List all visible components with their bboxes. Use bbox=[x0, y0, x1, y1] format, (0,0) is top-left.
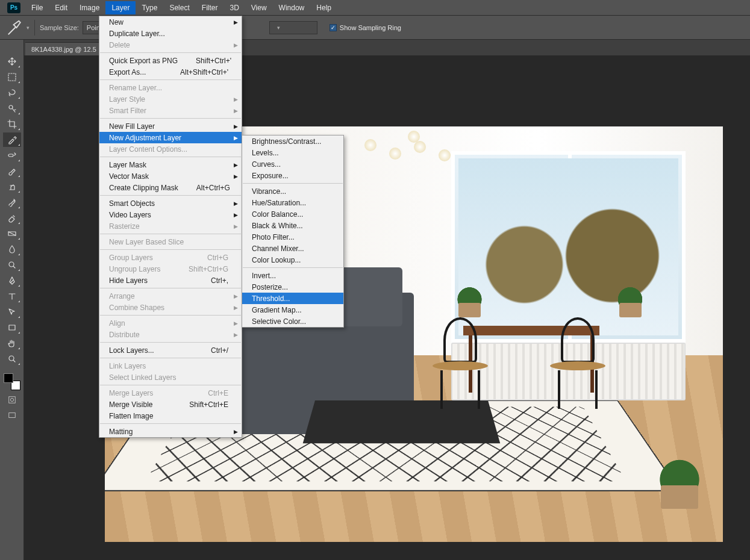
adjust-menu-hue-saturation[interactable]: Hue/Saturation... bbox=[242, 197, 343, 208]
sample-dropdown[interactable] bbox=[269, 21, 317, 34]
adjust-menu-photo-filter[interactable]: Photo Filter... bbox=[242, 231, 343, 243]
quick-mask-button[interactable] bbox=[5, 394, 19, 406]
type-tool[interactable] bbox=[3, 289, 21, 303]
quick-select-tool[interactable] bbox=[3, 101, 21, 116]
layer-menu-layer-style: Layer Style▶ bbox=[99, 93, 242, 105]
menu-image[interactable]: Image bbox=[73, 1, 105, 14]
menu-view[interactable]: View bbox=[245, 1, 273, 14]
layer-menu-hide-layers[interactable]: Hide LayersCtrl+, bbox=[99, 275, 242, 286]
layer-menu-create-clipping-mask[interactable]: Create Clipping MaskAlt+Ctrl+G bbox=[99, 182, 242, 193]
submenu-arrow-icon: ▶ bbox=[234, 429, 238, 435]
menu-item-label: Arrange bbox=[109, 292, 135, 300]
move-tool[interactable] bbox=[3, 54, 21, 69]
layer-menu-layer-mask[interactable]: Layer Mask▶ bbox=[99, 159, 242, 170]
menu-item-label: Layer Mask bbox=[109, 161, 146, 169]
svg-rect-9 bbox=[8, 413, 15, 418]
menu-layer[interactable]: Layer bbox=[105, 1, 136, 14]
layer-menu-video-layers[interactable]: Video Layers▶ bbox=[99, 209, 242, 220]
adjust-menu-invert[interactable]: Invert... bbox=[242, 270, 343, 281]
layer-menu-arrange: Arrange▶ bbox=[99, 290, 242, 302]
menu-item-shortcut: Shift+Ctrl+G bbox=[170, 265, 228, 273]
path-select-tool[interactable] bbox=[3, 305, 21, 319]
gradient-tool[interactable] bbox=[3, 226, 21, 241]
layer-menu-rename-layer: Rename Layer... bbox=[99, 82, 242, 93]
layer-menu-smart-objects[interactable]: Smart Objects▶ bbox=[99, 198, 242, 209]
lasso-tool[interactable] bbox=[3, 86, 21, 100]
layer-menu-new-adjustment-layer[interactable]: New Adjustment Layer▶ bbox=[99, 132, 242, 143]
menu-filter[interactable]: Filter bbox=[196, 1, 224, 14]
layer-menu-vector-mask[interactable]: Vector Mask▶ bbox=[99, 170, 242, 182]
adjust-menu-gradient-map[interactable]: Gradient Map... bbox=[242, 304, 343, 316]
zoom-tool[interactable] bbox=[3, 352, 21, 366]
menu-type[interactable]: Type bbox=[136, 1, 163, 14]
adjust-menu-brightness-contrast[interactable]: Brightness/Contrast... bbox=[242, 135, 343, 147]
layer-menu-duplicate-layer[interactable]: Duplicate Layer... bbox=[99, 28, 242, 39]
layer-menu-quick-export-as-png[interactable]: Quick Export as PNGShift+Ctrl+' bbox=[99, 55, 242, 66]
crop-tool[interactable] bbox=[3, 117, 21, 131]
color-swatches[interactable] bbox=[4, 373, 20, 390]
adjust-menu-black-white[interactable]: Black & White... bbox=[242, 220, 343, 231]
submenu-arrow-icon: ▶ bbox=[234, 293, 238, 299]
submenu-arrow-icon: ▶ bbox=[234, 123, 238, 129]
layer-menu-lock-layers[interactable]: Lock Layers...Ctrl+/ bbox=[99, 344, 242, 356]
adjust-menu-posterize[interactable]: Posterize... bbox=[242, 281, 343, 293]
clone-stamp-tool[interactable] bbox=[3, 179, 21, 194]
adjust-menu-curves[interactable]: Curves... bbox=[242, 158, 343, 170]
menu-item-label: Link Layers bbox=[109, 362, 146, 370]
spot-heal-tool[interactable] bbox=[3, 148, 21, 163]
menu-help[interactable]: Help bbox=[310, 1, 337, 14]
adjust-menu-color-lookup[interactable]: Color Lookup... bbox=[242, 254, 343, 266]
layer-menu-matting[interactable]: Matting▶ bbox=[99, 426, 242, 437]
pen-tool[interactable] bbox=[3, 273, 21, 288]
menu-file[interactable]: File bbox=[25, 1, 49, 14]
foreground-color-swatch[interactable] bbox=[4, 373, 13, 383]
layer-menu-flatten-image[interactable]: Flatten Image bbox=[99, 410, 242, 422]
eyedropper-tool[interactable] bbox=[3, 132, 21, 147]
layer-menu-new-fill-layer[interactable]: New Fill Layer▶ bbox=[99, 120, 242, 132]
dodge-tool[interactable] bbox=[3, 258, 21, 272]
menu-item-label: Smart Filter bbox=[109, 107, 146, 115]
layer-menu-new[interactable]: New▶ bbox=[99, 16, 242, 28]
menu-item-label: Align bbox=[109, 319, 125, 328]
current-tool-icon[interactable] bbox=[6, 19, 24, 37]
layer-menu-merge-visible[interactable]: Merge VisibleShift+Ctrl+E bbox=[99, 399, 242, 410]
document-tab[interactable]: 8K1A4338.jpg @ 12.5 bbox=[25, 42, 102, 55]
menu-item-label: Export As... bbox=[109, 68, 146, 76]
eraser-tool[interactable] bbox=[3, 211, 21, 225]
menu-select[interactable]: Select bbox=[163, 1, 195, 14]
layer-menu-group-layers: Group LayersCtrl+G bbox=[99, 252, 242, 263]
adjust-menu-selective-color[interactable]: Selective Color... bbox=[242, 316, 343, 327]
brush-tool[interactable] bbox=[3, 164, 21, 178]
adjust-menu-exposure[interactable]: Exposure... bbox=[242, 170, 343, 181]
menu-item-label: Photo Filter... bbox=[252, 233, 295, 241]
menu-bar: Ps FileEditImageLayerTypeSelectFilter3DV… bbox=[0, 0, 750, 16]
hand-tool[interactable] bbox=[3, 336, 21, 350]
marquee-tool[interactable] bbox=[3, 70, 21, 84]
svg-rect-0 bbox=[8, 73, 16, 81]
menu-item-label: Threshold... bbox=[252, 294, 290, 303]
adjust-menu-color-balance[interactable]: Color Balance... bbox=[242, 208, 343, 220]
menu-item-label: Gradient Map... bbox=[252, 306, 302, 314]
menu-3d[interactable]: 3D bbox=[223, 1, 245, 14]
history-brush-tool[interactable] bbox=[3, 195, 21, 210]
menu-item-shortcut: Ctrl+E bbox=[190, 389, 228, 397]
submenu-arrow-icon: ▶ bbox=[234, 96, 238, 102]
adjust-menu-threshold[interactable]: Threshold... bbox=[242, 293, 343, 304]
layer-menu-export-as[interactable]: Export As...Alt+Shift+Ctrl+' bbox=[99, 66, 242, 78]
blur-tool[interactable] bbox=[3, 242, 21, 257]
layer-menu-link-layers: Link Layers bbox=[99, 360, 242, 372]
menu-item-shortcut: Alt+Ctrl+G bbox=[178, 184, 230, 192]
rectangle-tool[interactable] bbox=[3, 320, 21, 335]
menu-edit[interactable]: Edit bbox=[49, 1, 73, 14]
adjust-menu-vibrance[interactable]: Vibrance... bbox=[242, 185, 343, 197]
submenu-arrow-icon: ▶ bbox=[234, 42, 238, 48]
menu-item-label: Curves... bbox=[252, 160, 281, 169]
adjust-menu-levels[interactable]: Levels... bbox=[242, 147, 343, 158]
menu-item-label: Merge Layers bbox=[109, 389, 153, 397]
show-ring-checkbox[interactable]: ✓ bbox=[330, 24, 337, 31]
layer-menu-new-layer-based-slice: New Layer Based Slice bbox=[99, 236, 242, 247]
screen-mode-button[interactable] bbox=[5, 409, 19, 422]
adjust-menu-channel-mixer[interactable]: Channel Mixer... bbox=[242, 243, 343, 254]
menu-window[interactable]: Window bbox=[273, 1, 311, 14]
menu-item-label: Combine Shapes bbox=[109, 303, 164, 312]
